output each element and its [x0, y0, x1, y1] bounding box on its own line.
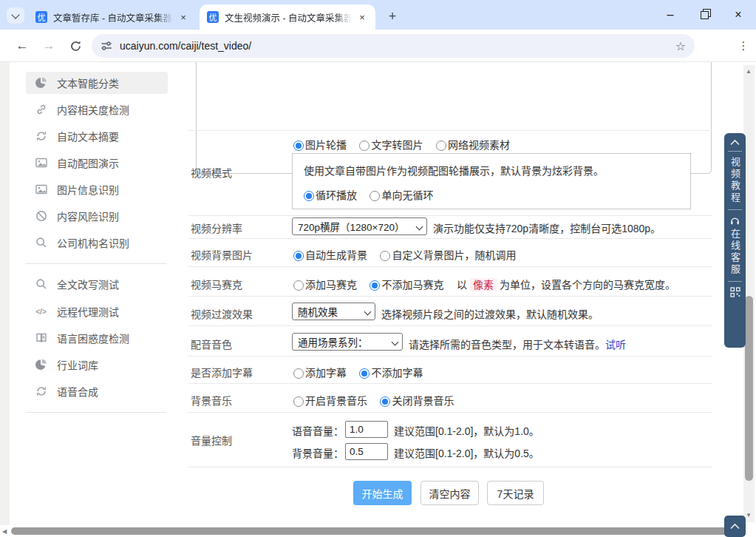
sidebar-item-perplexity-check[interactable]: 语言困惑度检测: [26, 327, 168, 349]
new-tab-button[interactable]: +: [383, 7, 402, 26]
tab-title: 文章暂存库 - 自动文章采集器-优: [53, 10, 173, 24]
radio-label[interactable]: 循环播放: [316, 189, 357, 201]
sidebar-item-label: 自动配图演示: [57, 155, 119, 170]
scroll-down-arrow-icon[interactable]: ▼: [746, 512, 752, 519]
sidebar-item-relevance-check[interactable]: 内容相关度检测: [26, 98, 168, 121]
site-favicon-icon: 优: [207, 11, 219, 23]
radio-label[interactable]: 添加字幕: [305, 367, 347, 379]
radio-no-mosaic[interactable]: [370, 280, 380, 291]
tab-video-demo[interactable]: 优 文生视频演示 - 自动文章采集器 ×: [200, 4, 375, 30]
radio-one-way-no-loop[interactable]: [370, 191, 380, 201]
horizontal-scrollbar-thumb[interactable]: [11, 527, 736, 535]
sidebar-item-image-info[interactable]: 图片信息识别: [26, 178, 168, 200]
radio-no-subtitles[interactable]: [359, 368, 370, 379]
scroll-up-arrow-icon[interactable]: ▲: [746, 68, 752, 75]
transition-select[interactable]: 随机效果: [292, 303, 375, 320]
radio-loop-play[interactable]: [304, 191, 314, 201]
clear-content-button[interactable]: 清空内容: [420, 481, 479, 505]
radio-label[interactable]: 关闭背景音乐: [392, 395, 454, 407]
sidebar-item-label: 内容相关度检测: [57, 102, 129, 117]
sidebar-item-content-risk[interactable]: 内容风险识别: [26, 205, 168, 227]
sidebar-item-company-ner[interactable]: 公司机构名识别: [26, 232, 168, 254]
window-restore-button[interactable]: [689, 0, 720, 30]
row-divider: [188, 296, 712, 297]
sidebar-item-label: 行业词库: [57, 357, 98, 372]
radio-music-off[interactable]: [380, 396, 390, 407]
voice-select-value: 通用场景系列：: [298, 334, 368, 349]
scroll-left-arrow-icon[interactable]: ◀: [2, 528, 7, 535]
radio-web-video-material[interactable]: [436, 141, 446, 151]
radio-label[interactable]: 添加马赛克: [305, 279, 357, 291]
back-to-top-button[interactable]: [724, 516, 746, 537]
qr-code-icon[interactable]: [730, 287, 740, 297]
radio-label[interactable]: 自动生成背景: [305, 249, 367, 261]
radio-label[interactable]: 图片轮播: [305, 139, 347, 151]
row-divider: [188, 467, 712, 467]
floating-side-panel: 视频教程 在线客服: [724, 133, 746, 348]
online-support-link[interactable]: 在线客服: [730, 229, 740, 276]
radio-music-on[interactable]: [293, 396, 304, 407]
vertical-scrollbar-thumb[interactable]: [745, 296, 753, 481]
radio-custom-background[interactable]: [380, 251, 390, 261]
radio-label[interactable]: 单向无循环: [381, 189, 433, 201]
radio-auto-background[interactable]: [293, 251, 304, 261]
window-close-button[interactable]: ×: [723, 0, 754, 30]
speech-volume-input[interactable]: [345, 421, 388, 438]
sidebar-item-rewrite-test[interactable]: 全文改写测试: [26, 273, 168, 295]
resolution-hint: 演示功能仅支持720p清晰度，控制台可选1080p。: [433, 220, 661, 235]
radio-image-carousel[interactable]: [293, 141, 304, 151]
close-tab-icon[interactable]: ×: [356, 11, 368, 23]
radio-label[interactable]: 开启背景音乐: [305, 395, 367, 407]
profile-avatar[interactable]: #: [704, 37, 722, 55]
close-tab-icon[interactable]: ×: [177, 11, 189, 23]
back-button[interactable]: ←: [12, 36, 33, 56]
forward-button[interactable]: →: [38, 36, 59, 56]
window-minimize-button[interactable]: –: [655, 0, 686, 30]
sidebar-item-text-classify[interactable]: 文本智能分类: [26, 72, 168, 94]
sidebar-item-speech-synthesis[interactable]: 语音合成: [26, 380, 168, 402]
tab-article-store[interactable]: 优 文章暂存库 - 自动文章采集器-优 ×: [28, 4, 197, 30]
chevron-up-icon[interactable]: [729, 139, 740, 146]
sidebar-item-auto-image-demo[interactable]: 自动配图演示: [26, 152, 168, 174]
mosaic-hint-prefix: 以: [457, 279, 467, 291]
resolution-select[interactable]: 720p横屏（1280×720）: [292, 217, 427, 235]
resolution-select-value: 720p横屏（1280×720）: [298, 219, 404, 234]
radio-label[interactable]: 不添加字幕: [371, 367, 423, 379]
radio-text-to-image[interactable]: [359, 141, 370, 151]
radio-label[interactable]: 网络视频素材: [448, 139, 510, 151]
image-icon: [35, 157, 47, 169]
chevron-down-icon: [392, 339, 399, 346]
bookmark-star-icon[interactable]: ☆: [675, 39, 686, 53]
row-divider: [188, 356, 712, 357]
bgm-volume-input[interactable]: [345, 443, 388, 460]
sidebar-item-industry-lexicon[interactable]: 行业词库: [26, 354, 168, 376]
voice-select[interactable]: 通用场景系列：: [292, 333, 403, 351]
browser-window: 优 文章暂存库 - 自动文章采集器-优 × 优 文生视频演示 - 自动文章采集器…: [0, 0, 756, 537]
bgm-volume-caption: 背景音量：: [292, 445, 344, 460]
radio-label[interactable]: 自定义背景图片，随机调用: [392, 249, 516, 261]
radio-add-mosaic[interactable]: [293, 280, 304, 291]
browser-menu-icon[interactable]: ⋮: [735, 36, 752, 56]
page-content: 文本智能分类 内容相关度检测 自动文本摘要 自动配图演示 图片信息识别 内容风险…: [0, 62, 756, 537]
radio-label[interactable]: 不添加马赛克: [381, 279, 443, 291]
video-tutorial-link[interactable]: 视频教程: [730, 157, 740, 204]
reload-button[interactable]: [65, 36, 86, 56]
sidebar-item-label: 全文改写测试: [57, 277, 119, 291]
radio-add-subtitles[interactable]: [293, 368, 304, 379]
sidebar-item-auto-summary[interactable]: 自动文本摘要: [26, 125, 168, 147]
row-divider: [188, 238, 712, 239]
chevron-down-icon: [364, 308, 372, 316]
headset-icon: [729, 215, 740, 226]
audition-link[interactable]: 试听: [605, 339, 626, 351]
generate-button[interactable]: 开始生成: [353, 481, 412, 505]
seven-day-records-button[interactable]: 7天记录: [487, 481, 544, 505]
sidebar-item-remote-proxy-test[interactable]: </> 远程代理测试: [26, 300, 168, 322]
address-bar[interactable]: ucaiyun.com/caiji/test_video/ ☆: [92, 34, 695, 58]
radio-label[interactable]: 文字转图片: [371, 139, 423, 151]
music-label: 背景音乐: [191, 393, 232, 408]
url-text[interactable]: ucaiyun.com/caiji/test_video/: [120, 40, 675, 52]
sidebar-item-label: 远程代理测试: [57, 304, 119, 319]
transition-label: 视频过渡效果: [191, 306, 253, 321]
site-info-icon[interactable]: [101, 40, 112, 52]
tab-search-button[interactable]: [7, 7, 24, 24]
